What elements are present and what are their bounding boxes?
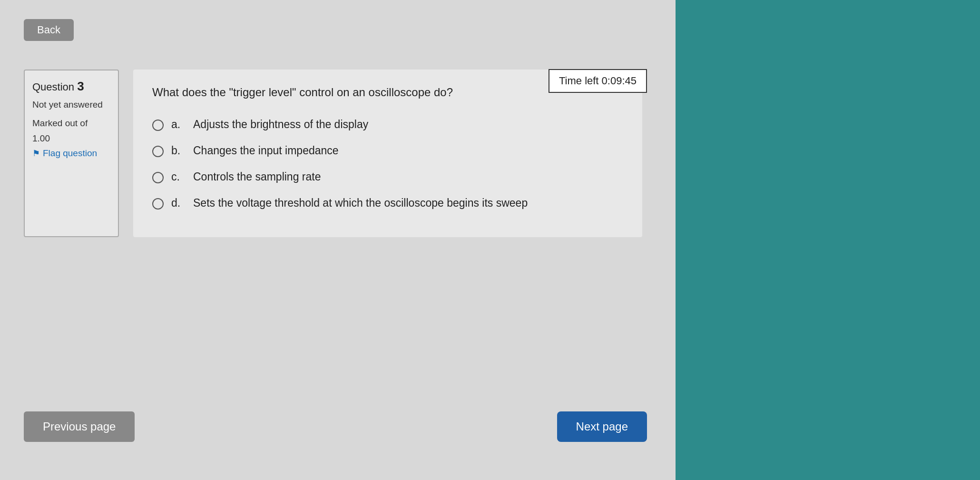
question-body: What does the "trigger level" control on… <box>133 70 642 237</box>
option-b[interactable]: b. Changes the input impedance <box>152 144 623 157</box>
option-c-text: Controls the sampling rate <box>193 170 321 183</box>
bottom-nav: Previous page Next page <box>24 411 647 442</box>
radio-b[interactable] <box>152 146 164 157</box>
question-title: Question 3 <box>32 79 110 94</box>
main-content: Back Time left 0:09:45 Question 3 Not ye… <box>0 0 676 480</box>
option-a[interactable]: a. Adjusts the brightness of the display <box>152 118 623 131</box>
question-marked-value: 1.00 <box>32 132 110 145</box>
question-title-prefix: Question <box>32 81 77 93</box>
flag-icon: ⚑ <box>32 148 40 159</box>
option-a-text: Adjusts the brightness of the display <box>193 118 368 131</box>
radio-c[interactable] <box>152 172 164 183</box>
question-sidebar: Question 3 Not yet answered Marked out o… <box>24 70 119 237</box>
option-a-letter: a. <box>171 118 186 131</box>
next-page-button[interactable]: Next page <box>557 411 647 442</box>
question-marked-label: Marked out of <box>32 117 110 130</box>
prev-page-button[interactable]: Previous page <box>24 411 135 442</box>
option-c-letter: c. <box>171 170 186 183</box>
option-d-letter: d. <box>171 197 186 210</box>
flag-question-label: Flag question <box>43 148 97 159</box>
timer-display: Time left 0:09:45 <box>549 69 647 93</box>
question-number: 3 <box>77 79 84 93</box>
option-b-letter: b. <box>171 144 186 157</box>
option-d-text: Sets the voltage threshold at which the … <box>193 197 528 210</box>
option-c[interactable]: c. Controls the sampling rate <box>152 170 623 183</box>
question-status: Not yet answered <box>32 99 110 111</box>
option-b-text: Changes the input impedance <box>193 144 339 157</box>
option-d[interactable]: d. Sets the voltage threshold at which t… <box>152 197 623 210</box>
question-area: Question 3 Not yet answered Marked out o… <box>24 70 652 237</box>
radio-a[interactable] <box>152 120 164 131</box>
back-button[interactable]: Back <box>24 19 74 41</box>
flag-question-button[interactable]: ⚑ Flag question <box>32 148 110 159</box>
radio-d[interactable] <box>152 198 164 210</box>
